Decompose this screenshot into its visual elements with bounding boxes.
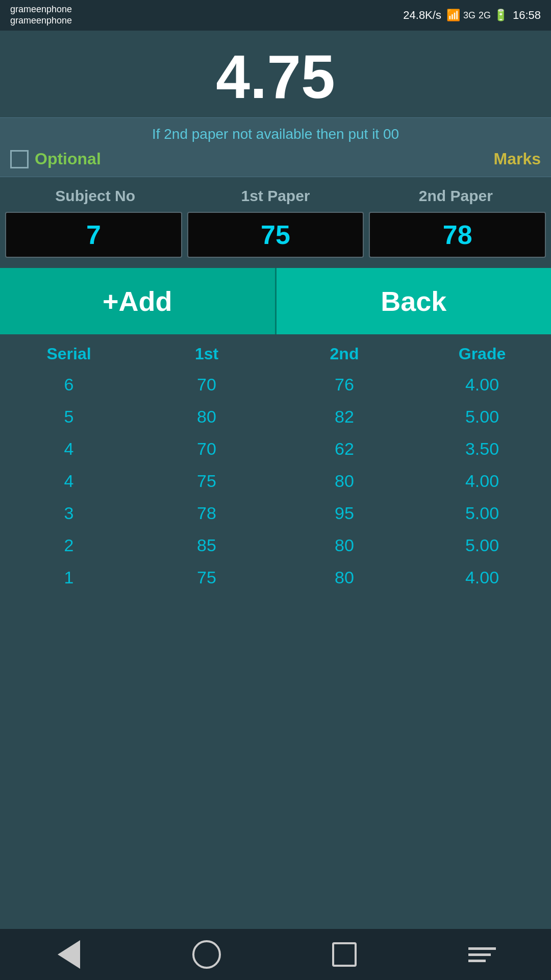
subject-no-input[interactable]: 7 <box>5 212 182 258</box>
table-row: 378955.00 <box>0 497 551 529</box>
gpa-value: 4.75 <box>10 46 541 107</box>
cell-serial: 6 <box>0 375 138 395</box>
table-body: 670764.00580825.00470623.50475804.003789… <box>0 369 551 594</box>
cell-second: 80 <box>276 471 413 491</box>
cell-first: 80 <box>138 407 276 427</box>
optional-marks-row: Optional Marks <box>10 150 541 168</box>
bottom-nav <box>0 929 551 980</box>
home-nav-button[interactable] <box>186 934 227 975</box>
table-row: 580825.00 <box>0 401 551 433</box>
cell-serial: 4 <box>0 471 138 491</box>
optional-label: Optional <box>35 150 101 168</box>
network-2g: 2G <box>479 10 491 21</box>
back-nav-button[interactable] <box>48 934 89 975</box>
inputs-header: Subject No 1st Paper 2nd Paper <box>5 187 546 205</box>
carrier2: grameenphone <box>10 15 72 27</box>
cell-second: 80 <box>276 568 413 587</box>
optional-checkbox[interactable] <box>10 150 29 168</box>
recents-nav-button[interactable] <box>324 934 365 975</box>
marks-label: Marks <box>494 150 541 168</box>
info-message: If 2nd paper not available then put it 0… <box>10 126 541 142</box>
network-3g: 3G <box>463 10 475 21</box>
first-paper-input[interactable]: 75 <box>187 212 364 258</box>
cell-grade: 5.00 <box>413 407 551 427</box>
carrier-info: grameenphone grameenphone <box>10 4 72 26</box>
cell-serial: 2 <box>0 535 138 555</box>
first-paper-header: 1st Paper <box>185 187 365 205</box>
cell-first: 75 <box>138 471 276 491</box>
col-serial-header: Serial <box>0 345 138 363</box>
cell-grade: 5.00 <box>413 535 551 555</box>
cell-second: 95 <box>276 503 413 523</box>
table-row: 475804.00 <box>0 465 551 497</box>
cell-grade: 4.00 <box>413 568 551 587</box>
menu-nav-icon <box>468 947 496 962</box>
table-row: 175804.00 <box>0 561 551 594</box>
second-paper-input[interactable]: 78 <box>369 212 546 258</box>
cell-second: 80 <box>276 535 413 555</box>
cell-first: 75 <box>138 568 276 587</box>
wifi-icon: 📶 <box>446 9 460 22</box>
recents-nav-icon <box>332 942 357 967</box>
subject-no-header: Subject No <box>5 187 185 205</box>
col-1st-header: 1st <box>138 345 276 363</box>
cell-serial: 4 <box>0 439 138 459</box>
table-header: Serial 1st 2nd Grade <box>0 339 551 369</box>
cell-second: 82 <box>276 407 413 427</box>
info-bar: If 2nd paper not available then put it 0… <box>0 117 551 177</box>
cell-grade: 4.00 <box>413 471 551 491</box>
status-right: 24.8K/s 📶 3G 2G 🔋 16:58 <box>403 9 541 22</box>
col-grade-header: Grade <box>413 345 551 363</box>
back-button[interactable]: Back <box>277 268 552 334</box>
speed: 24.8K/s <box>403 9 441 22</box>
cell-serial: 5 <box>0 407 138 427</box>
inputs-area: Subject No 1st Paper 2nd Paper 7 75 78 <box>0 177 551 268</box>
table-row: 285805.00 <box>0 529 551 561</box>
optional-section: Optional <box>10 150 101 168</box>
second-paper-header: 2nd Paper <box>366 187 546 205</box>
table-row: 470623.50 <box>0 433 551 465</box>
cell-grade: 5.00 <box>413 503 551 523</box>
gpa-display: 4.75 <box>0 31 551 117</box>
table-area: Serial 1st 2nd Grade 670764.00580825.004… <box>0 334 551 929</box>
cell-first: 70 <box>138 375 276 395</box>
cell-first: 78 <box>138 503 276 523</box>
add-button[interactable]: +Add <box>0 268 277 334</box>
menu-nav-button[interactable] <box>462 934 503 975</box>
time: 16:58 <box>513 9 541 22</box>
cell-serial: 1 <box>0 568 138 587</box>
cell-second: 76 <box>276 375 413 395</box>
cell-grade: 3.50 <box>413 439 551 459</box>
carrier1: grameenphone <box>10 4 72 15</box>
buttons-row: +Add Back <box>0 268 551 334</box>
status-icons: 📶 3G 2G 🔋 <box>446 9 508 22</box>
home-nav-icon <box>192 940 221 969</box>
cell-second: 62 <box>276 439 413 459</box>
cell-first: 85 <box>138 535 276 555</box>
col-2nd-header: 2nd <box>276 345 413 363</box>
cell-first: 70 <box>138 439 276 459</box>
cell-serial: 3 <box>0 503 138 523</box>
table-row: 670764.00 <box>0 369 551 401</box>
inputs-row: 7 75 78 <box>5 212 546 258</box>
back-nav-icon <box>58 940 80 969</box>
battery-icon: 🔋 <box>494 9 508 22</box>
status-bar: grameenphone grameenphone 24.8K/s 📶 3G 2… <box>0 0 551 31</box>
cell-grade: 4.00 <box>413 375 551 395</box>
